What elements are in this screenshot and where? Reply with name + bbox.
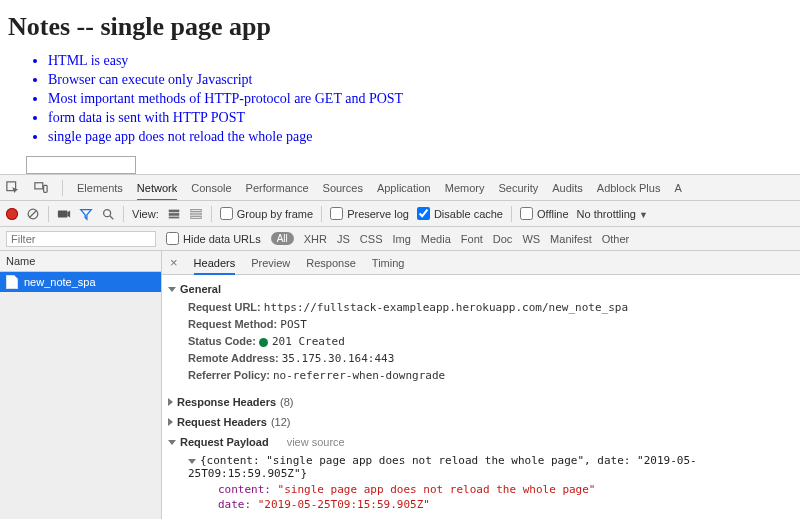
- separator: [48, 206, 49, 222]
- filter-type-media[interactable]: Media: [421, 233, 451, 245]
- detail-tab-headers[interactable]: Headers: [194, 257, 236, 275]
- throttling-select[interactable]: No throttling ▼: [577, 208, 648, 220]
- disable-cache-checkbox[interactable]: Disable cache: [417, 207, 503, 220]
- payload-summary[interactable]: {content: "single page app does not relo…: [162, 452, 800, 482]
- filter-type-img[interactable]: Img: [392, 233, 410, 245]
- request-row[interactable]: new_note_spa: [0, 272, 161, 292]
- kv-remote-address: Remote Address: 35.175.30.164:443: [162, 350, 800, 367]
- filter-type-css[interactable]: CSS: [360, 233, 383, 245]
- svg-rect-11: [190, 210, 201, 212]
- svg-rect-1: [35, 183, 43, 189]
- request-detail: × Headers Preview Response Timing Genera…: [162, 251, 800, 519]
- webpage-content: Notes -- single page app HTML is easy Br…: [0, 0, 800, 174]
- chevron-down-icon: ▼: [639, 210, 648, 220]
- devtools-panel: Elements Network Console Performance Sou…: [0, 174, 800, 519]
- list-item: Most important methods of HTTP-protocol …: [48, 90, 792, 109]
- request-list-header[interactable]: Name: [0, 251, 161, 272]
- status-dot-icon: [259, 338, 268, 347]
- view-source-link[interactable]: view source: [287, 436, 345, 448]
- tab-memory[interactable]: Memory: [445, 182, 485, 194]
- tab-security[interactable]: Security: [498, 182, 538, 194]
- kv-request-method: Request Method: POST: [162, 316, 800, 333]
- svg-rect-12: [190, 213, 201, 215]
- separator: [511, 206, 512, 222]
- inspect-icon[interactable]: [6, 181, 20, 195]
- page-title: Notes -- single page app: [8, 12, 792, 42]
- section-request-payload[interactable]: Request Payload view source: [162, 432, 800, 452]
- detail-tabs: × Headers Preview Response Timing: [162, 251, 800, 275]
- filter-type-font[interactable]: Font: [461, 233, 483, 245]
- separator: [62, 180, 63, 196]
- network-body: Name new_note_spa 1 requests | 275 B tra…: [0, 251, 800, 519]
- tab-more[interactable]: A: [674, 182, 681, 194]
- detail-tab-response[interactable]: Response: [306, 257, 356, 269]
- section-response-headers[interactable]: Response Headers (8): [162, 392, 800, 412]
- svg-rect-13: [190, 217, 201, 219]
- view-label: View:: [132, 208, 159, 220]
- notes-list: HTML is easy Browser can execute only Ja…: [8, 52, 792, 146]
- triangle-right-icon: [168, 418, 173, 426]
- tab-console[interactable]: Console: [191, 182, 231, 194]
- list-item: single page app does not reload the whol…: [48, 128, 792, 147]
- filter-type-manifest[interactable]: Manifest: [550, 233, 592, 245]
- payload-prop-date: date: "2019-05-25T09:15:59.905Z": [162, 497, 800, 512]
- separator: [321, 206, 322, 222]
- record-button[interactable]: [6, 208, 18, 220]
- close-icon[interactable]: ×: [170, 255, 178, 270]
- network-toolbar: View: Group by frame Preserve log Disabl…: [0, 201, 800, 227]
- tab-elements[interactable]: Elements: [77, 182, 123, 194]
- clear-icon[interactable]: [26, 207, 40, 221]
- device-toggle-icon[interactable]: [34, 181, 48, 195]
- filter-type-xhr[interactable]: XHR: [304, 233, 327, 245]
- section-general[interactable]: General: [162, 279, 800, 299]
- filter-type-other[interactable]: Other: [602, 233, 630, 245]
- devtools-tabs: Elements Network Console Performance Sou…: [0, 175, 800, 201]
- tab-network[interactable]: Network: [137, 182, 177, 201]
- camera-icon[interactable]: [57, 207, 71, 221]
- triangle-right-icon: [168, 398, 173, 406]
- request-list-empty: [0, 292, 161, 519]
- note-input[interactable]: [26, 156, 136, 174]
- svg-rect-10: [168, 217, 179, 219]
- payload-prop-content: content: "single page app does not reloa…: [162, 482, 800, 497]
- hide-data-urls-checkbox[interactable]: Hide data URLs: [166, 232, 261, 245]
- svg-rect-5: [58, 210, 68, 217]
- triangle-down-icon: [168, 287, 176, 292]
- filter-type-js[interactable]: JS: [337, 233, 350, 245]
- list-item: Browser can execute only Javascript: [48, 71, 792, 90]
- tab-audits[interactable]: Audits: [552, 182, 583, 194]
- filter-type-all[interactable]: All: [271, 232, 294, 245]
- filter-type-doc[interactable]: Doc: [493, 233, 513, 245]
- group-by-frame-checkbox[interactable]: Group by frame: [220, 207, 313, 220]
- tab-sources[interactable]: Sources: [323, 182, 363, 194]
- filter-input[interactable]: [6, 231, 156, 247]
- list-item: form data is sent with HTTP POST: [48, 109, 792, 128]
- tab-application[interactable]: Application: [377, 182, 431, 194]
- svg-point-6: [104, 210, 111, 217]
- kv-referrer-policy: Referrer Policy: no-referrer-when-downgr…: [162, 367, 800, 384]
- filter-type-ws[interactable]: WS: [522, 233, 540, 245]
- request-name: new_note_spa: [24, 276, 96, 288]
- svg-rect-8: [168, 210, 179, 213]
- tab-performance[interactable]: Performance: [246, 182, 309, 194]
- svg-line-7: [110, 216, 114, 220]
- file-icon: [6, 275, 18, 289]
- detail-tab-timing[interactable]: Timing: [372, 257, 405, 269]
- preserve-log-checkbox[interactable]: Preserve log: [330, 207, 409, 220]
- separator: [211, 206, 212, 222]
- view-small-icon[interactable]: [189, 207, 203, 221]
- offline-checkbox[interactable]: Offline: [520, 207, 569, 220]
- detail-tab-preview[interactable]: Preview: [251, 257, 290, 269]
- request-list: Name new_note_spa 1 requests | 275 B tra…: [0, 251, 162, 519]
- search-icon[interactable]: [101, 207, 115, 221]
- tab-adblock[interactable]: Adblock Plus: [597, 182, 661, 194]
- filter-icon[interactable]: [79, 207, 93, 221]
- triangle-down-icon: [188, 459, 196, 464]
- svg-rect-2: [44, 185, 48, 192]
- kv-request-url: Request URL: https://fullstack-exampleap…: [162, 299, 800, 316]
- list-item: HTML is easy: [48, 52, 792, 71]
- svg-line-4: [30, 210, 37, 217]
- section-request-headers[interactable]: Request Headers (12): [162, 412, 800, 432]
- view-large-icon[interactable]: [167, 207, 181, 221]
- svg-rect-9: [168, 213, 179, 216]
